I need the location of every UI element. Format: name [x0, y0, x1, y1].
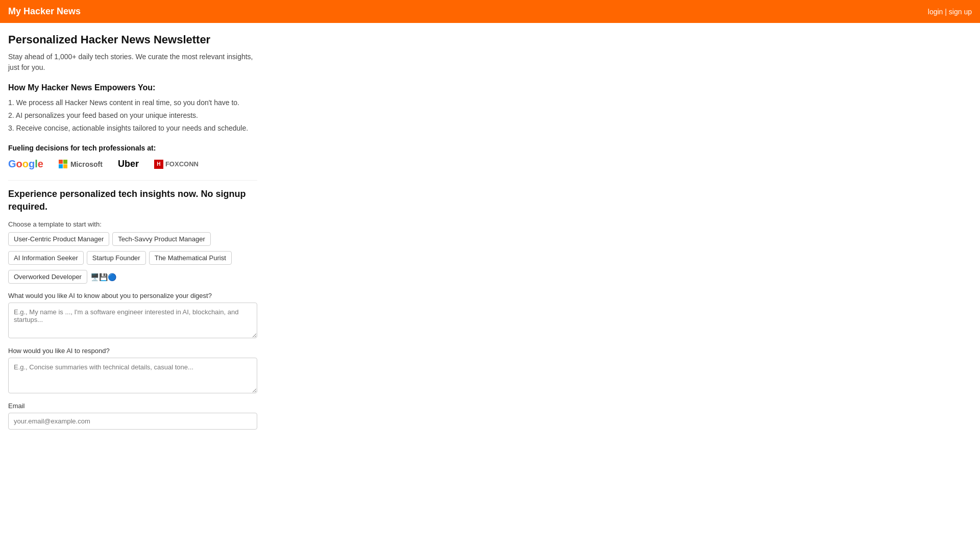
- empowers-title: How My Hacker News Empowers You:: [8, 83, 257, 92]
- form-section: What would you like AI to know about you…: [8, 292, 257, 430]
- fueling-title: Fueling decisions for tech professionals…: [8, 144, 257, 152]
- main-content: Personalized Hacker News Newsletter Stay…: [0, 23, 265, 440]
- auth-separator: |: [945, 8, 949, 16]
- subtitle: Stay ahead of 1,000+ daily tech stories.…: [8, 52, 257, 73]
- emoji-extra: 🖥️💾🔵: [90, 270, 116, 284]
- subtitle-line2: just for you.: [8, 63, 45, 71]
- cta-title: Experience personalized tech insights no…: [8, 188, 257, 213]
- auth-links: login | sign up: [928, 8, 972, 16]
- microsoft-logo: Microsoft: [59, 160, 103, 168]
- template-btn-overworked-developer[interactable]: Overworked Developer: [8, 270, 87, 284]
- empowers-item-3: 3. Receive concise, actionable insights …: [8, 123, 257, 134]
- empowers-list: 1. We process all Hacker News content in…: [8, 97, 257, 134]
- login-link[interactable]: login: [928, 8, 943, 16]
- template-label: Choose a template to start with:: [8, 220, 257, 228]
- template-btn-user-centric-pm[interactable]: User-Centric Product Manager: [8, 232, 109, 246]
- respond-label: How would you like AI to respond?: [8, 347, 257, 355]
- template-btn-mathematical-purist[interactable]: The Mathematical Purist: [149, 251, 232, 265]
- empowers-item-2: 2. AI personalizes your feed based on yo…: [8, 110, 257, 121]
- site-header: My Hacker News login | sign up: [0, 0, 980, 23]
- uber-logo: Uber: [118, 159, 139, 169]
- template-btn-startup-founder[interactable]: Startup Founder: [87, 251, 146, 265]
- template-buttons-row2: AI Information Seeker Startup Founder Th…: [8, 251, 257, 265]
- microsoft-label: Microsoft: [70, 160, 103, 168]
- subtitle-line1: Stay ahead of 1,000+ daily tech stories.…: [8, 53, 253, 61]
- google-logo: Google: [8, 158, 43, 170]
- logos-row: Google Microsoft Uber H FOXCONN: [8, 158, 257, 170]
- email-input[interactable]: [8, 413, 257, 430]
- respond-textarea[interactable]: [8, 358, 257, 393]
- template-buttons-row3: Overworked Developer 🖥️💾🔵: [8, 270, 257, 284]
- email-label: Email: [8, 402, 257, 410]
- personalize-label: What would you like AI to know about you…: [8, 292, 257, 299]
- personalize-textarea[interactable]: [8, 303, 257, 338]
- ms-grid-icon: [59, 160, 67, 168]
- foxconn-logo: H FOXCONN: [154, 160, 199, 169]
- fueling-section: Fueling decisions for tech professionals…: [8, 144, 257, 170]
- divider: [8, 180, 257, 181]
- foxconn-icon: H: [154, 160, 163, 169]
- template-buttons: User-Centric Product Manager Tech-Savvy …: [8, 232, 257, 246]
- cta-section: Experience personalized tech insights no…: [8, 188, 257, 284]
- page-title: Personalized Hacker News Newsletter: [8, 33, 257, 46]
- empowers-item-1: 1. We process all Hacker News content in…: [8, 97, 257, 108]
- template-btn-ai-information-seeker[interactable]: AI Information Seeker: [8, 251, 84, 265]
- signup-link[interactable]: sign up: [949, 8, 972, 16]
- site-title: My Hacker News: [8, 6, 81, 17]
- template-btn-tech-savvy-pm[interactable]: Tech-Savvy Product Manager: [112, 232, 211, 246]
